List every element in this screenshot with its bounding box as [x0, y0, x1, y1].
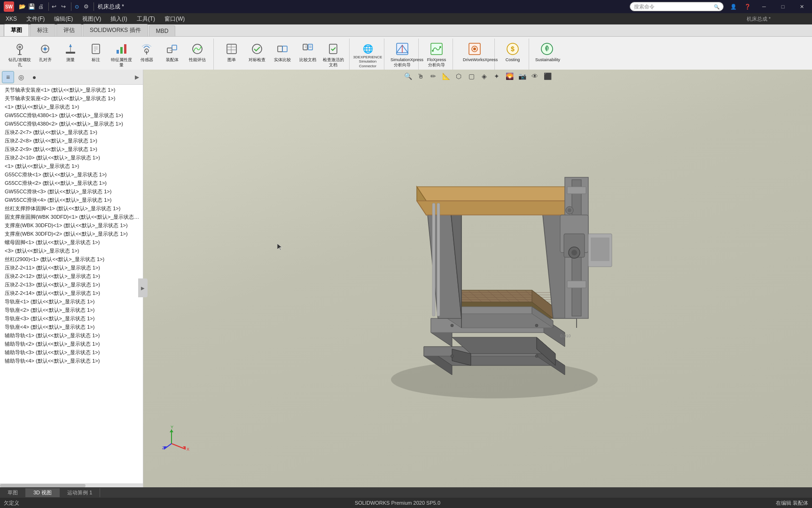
tree-item[interactable]: 压块Z-2<12> (默认<<默认>_显示状态 1>) [0, 271, 143, 279]
tree-item[interactable]: 固支撑座固脚(WBK 30DFD)<1> (默认<<默认>_显示状态 1>) [0, 212, 143, 220]
h-scrollbar[interactable] [0, 484, 143, 487]
tree-item[interactable]: 丝杠支撑脖体固脚<1> (默认<<默认>_显示状态 1>) [0, 203, 143, 212]
btn-drill-hole[interactable]: 钻孔/攻螺纹孔 [8, 40, 32, 70]
tree-item[interactable]: 辅助导轨<1> (默认<<默认>_显示状态 1>) [0, 330, 143, 339]
btn-mark[interactable]: 标注 [84, 40, 108, 64]
tab-3d-view[interactable]: 3D 视图 [26, 488, 60, 497]
tree-item[interactable]: 关节轴承安装座<1> (默认<<默认>_显示状态 1>) [0, 85, 143, 93]
tab-motion[interactable]: 运动算例 1 [60, 488, 100, 497]
tab-mbd[interactable]: MBD [149, 25, 176, 36]
tree-item[interactable]: 导轨座<1> (默认<<默认>_显示状态 1>) [0, 296, 143, 305]
tree-item[interactable]: GW55CC滑块<3> (默认<<默认>_显示状态 1>) [0, 186, 143, 195]
redo-icon[interactable]: ↪ [59, 2, 68, 11]
panel-expand-btn[interactable]: ▶ [133, 73, 141, 81]
tree-item[interactable]: <3> (默认<<默认>_显示状态 1>) [0, 246, 143, 254]
btn-3dexperience[interactable]: 🌐 3DEXPERIENCESimulationConnector [351, 40, 384, 72]
tab-evaluate[interactable]: 评估 [56, 24, 82, 36]
tree-item[interactable]: GW55CC滑轨4380<2> (默认<<默认>_显示状态 1>) [0, 119, 143, 127]
menu-xks[interactable]: XKS [2, 15, 21, 23]
btn-sustainability[interactable]: Sustainability [535, 40, 559, 64]
tree-item[interactable]: 螺母固脚<1> (默认<<默认>_显示状态 1>) [0, 237, 143, 246]
btn-check-active[interactable]: 检查激活的文档 [321, 40, 345, 70]
btn-attribute[interactable]: 特征属性度量 [109, 40, 133, 70]
btn-hole-align[interactable]: 孔对齐 [33, 40, 57, 64]
view-scene-icon[interactable]: 🌄 [504, 71, 515, 81]
tree-item[interactable]: 辅助导轨<2> (默认<<默认>_显示状态 1>) [0, 339, 143, 347]
tab-annotation[interactable]: 标注 [30, 24, 55, 36]
property-icon[interactable]: ◎ [15, 71, 27, 83]
help-icon[interactable]: ❓ [743, 2, 752, 11]
view-display-icon[interactable]: ▢ [466, 71, 477, 81]
menu-window[interactable]: 窗口(W) [161, 14, 188, 24]
maximize-button[interactable]: □ [776, 0, 789, 13]
rebuild-icon[interactable]: ⊙ [72, 2, 81, 11]
view-hide-icon[interactable]: 👁 [529, 71, 540, 81]
tree-item[interactable]: G55CC滑块<2> (默认<<默认>_显示状态 1>) [0, 178, 143, 186]
tree-item[interactable]: 导轨座<4> (默认<<默认>_显示状态 1>) [0, 322, 143, 330]
tab-sketch[interactable]: 草图 [0, 488, 26, 497]
tree-item[interactable]: 压块Z-2<14> (默认<<默认>_显示状态 1>) [0, 288, 143, 296]
search-container[interactable]: 搜索命令 🔍 [630, 2, 724, 11]
menu-file[interactable]: 文件(F) [23, 14, 48, 24]
save-icon[interactable]: 💾 [27, 2, 36, 11]
view-appearance-icon[interactable]: ◈ [478, 71, 490, 81]
menu-tools[interactable]: 工具(T) [133, 14, 159, 24]
minimize-button[interactable]: ─ [757, 0, 771, 13]
view-rotate-icon[interactable]: 🖱 [415, 71, 426, 81]
tree-item[interactable]: 压块Z-2<11> (默认<<默认>_显示状态 1>) [0, 262, 143, 271]
open-icon[interactable]: 📂 [18, 2, 26, 11]
tree-item[interactable]: 辅助导轨<3> (默认<<默认>_显示状态 1>) [0, 347, 143, 356]
close-button[interactable]: ✕ [795, 0, 808, 13]
tree-item[interactable]: <1> (默认<<默认>_显示状态 1>) [0, 161, 143, 169]
print-icon[interactable]: 🖨 [37, 2, 45, 11]
tree-item[interactable]: 导轨座<2> (默认<<默认>_显示状态 1>) [0, 305, 143, 313]
tree-item[interactable]: GW55CC滑轨4380<1> (默认<<默认>_显示状态 1>) [0, 110, 143, 119]
tree-item[interactable]: 辅助导轨<4> (默认<<默认>_显示状态 1>) [0, 356, 143, 364]
tree-item[interactable]: 压块Z-2<7> (默认<<默认>_显示状态 1>) [0, 127, 143, 135]
tree-item[interactable]: 导轨座<3> (默认<<默认>_显示状态 1>) [0, 313, 143, 322]
view-lights-icon[interactable]: ✦ [491, 71, 502, 81]
btn-costing[interactable]: $ Costing [500, 40, 525, 64]
btn-bom[interactable]: 图单 [219, 40, 244, 64]
user-icon[interactable]: 👤 [729, 2, 738, 11]
btn-simxpress[interactable]: SimulationXpress分析向导 [390, 40, 414, 70]
tree-item[interactable]: 压块Z-2<13> (默认<<默认>_显示状态 1>) [0, 279, 143, 288]
btn-driveworks[interactable]: DriveWorksXpress [459, 40, 491, 64]
menu-view[interactable]: 视图(V) [78, 14, 105, 24]
panel-expand[interactable]: ▶ [138, 278, 148, 297]
btn-assembly[interactable]: 装配体 [160, 40, 184, 64]
btn-solid-compare[interactable]: 实体比较 [270, 40, 295, 64]
view-zoom-icon[interactable]: 🔍 [402, 71, 414, 81]
tree-item[interactable]: 支撑座(WBK 30DFD)<1> (默认<<默认>_显示状态 1>) [0, 220, 143, 229]
btn-floxpress[interactable]: FloXpress分析向导 [424, 40, 449, 70]
view-filter-icon[interactable]: ⬛ [542, 71, 553, 81]
tab-sketch[interactable]: 草图 [4, 24, 29, 36]
btn-compare-doc[interactable]: 比较文档 [296, 40, 320, 64]
tab-solidworks-plugins[interactable]: SOLIDWORKS 插件 [83, 24, 148, 36]
feature-tree-icon[interactable]: ≡ [2, 71, 14, 83]
tree-item[interactable]: 压块Z-2<9> (默认<<默认>_显示状态 1>) [0, 144, 143, 152]
btn-sensor[interactable]: 传感器 [134, 40, 159, 64]
options-icon[interactable]: ⚙ [82, 2, 90, 11]
btn-check[interactable]: 对标检查 [245, 40, 269, 64]
view-camera-icon[interactable]: 📷 [516, 71, 528, 81]
undo-icon[interactable]: ↩ [50, 2, 58, 11]
h-scroll-thumb[interactable] [0, 484, 86, 487]
feature-tree[interactable]: 关节轴承安装座<1> (默认<<默认>_显示状态 1>)关节轴承安装座<2> (… [0, 85, 143, 484]
btn-measure[interactable]: 测量 [58, 40, 83, 64]
tree-item[interactable]: <1> (默认<<默认>_显示状态 1>) [0, 102, 143, 110]
menu-insert[interactable]: 插入(I) [107, 14, 131, 24]
tree-item[interactable]: 关节轴承安装座<2> (默认<<默认>_显示状态 1>) [0, 93, 143, 102]
tree-item[interactable]: 压块Z-2<8> (默认<<默认>_显示状态 1>) [0, 135, 143, 144]
tree-item[interactable]: 支撑座(WBK 30DFD)<2> (默认<<默认>_显示状态 1>) [0, 229, 143, 237]
tree-item[interactable]: GW55CC滑块<4> (默认<<默认>_显示状态 1>) [0, 195, 143, 203]
view-sketch-icon[interactable]: ✏ [428, 71, 439, 81]
tree-item[interactable]: 压块Z-2<10> (默认<<默认>_显示状态 1>) [0, 152, 143, 161]
tree-item[interactable]: G55CC滑块<1> (默认<<默认>_显示状态 1>) [0, 169, 143, 178]
btn-performance[interactable]: 性能评估 [185, 40, 210, 64]
view-section-icon[interactable]: ⬡ [453, 71, 464, 81]
tree-item[interactable]: 丝杠(2900)<1> (默认<<默认>_显示状态 1>) [0, 254, 143, 262]
menu-edit[interactable]: 编辑(E) [50, 14, 77, 24]
config-icon[interactable]: ● [28, 71, 40, 83]
view-measure-icon[interactable]: 📐 [440, 71, 452, 81]
